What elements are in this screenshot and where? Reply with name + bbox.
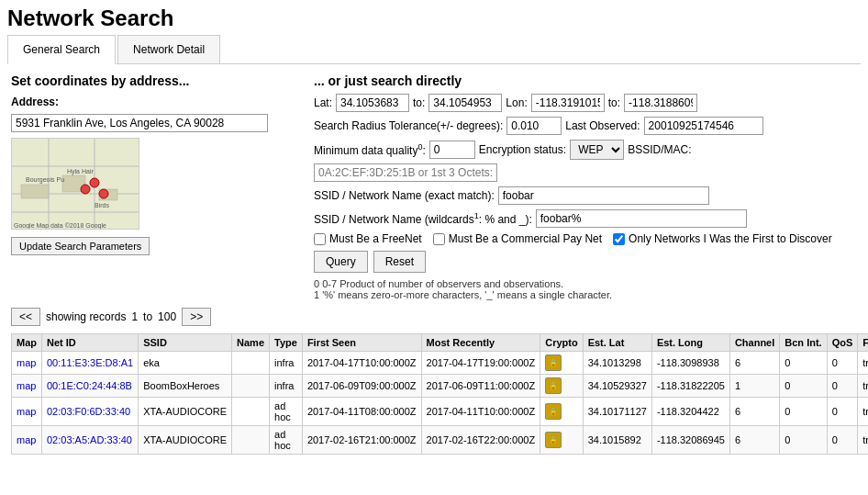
address-label: Address: [11, 96, 59, 108]
last-observed-input[interactable] [644, 117, 763, 135]
cell-type: infra [270, 375, 303, 398]
query-button[interactable]: Query [314, 251, 368, 273]
cell-first-seen: 2017-04-11T08:00:000Z [302, 398, 421, 426]
col-qos: QoS [827, 334, 858, 352]
cell-crypto: 🔒 [540, 375, 583, 398]
cell-first-seen: 2017-04-17T10:00:000Z [302, 352, 421, 375]
svg-text:Birds: Birds [95, 202, 109, 208]
cell-map[interactable]: map [12, 398, 42, 426]
cell-net-id[interactable]: 02:03:F0:6D:33:40 [42, 398, 139, 426]
freenet-checkbox-label[interactable]: Must Be a FreeNet [314, 232, 422, 245]
cell-est-long: -118.3098938 [651, 352, 729, 375]
map-link: map [17, 380, 36, 391]
col-crypto: Crypto [540, 334, 583, 352]
only-networks-checkbox-label[interactable]: Only Networks I Was the First to Discove… [613, 232, 832, 245]
encryption-label: Encryption status: [479, 143, 566, 156]
cell-net-id[interactable]: 02:03:A5:AD:33:40 [42, 426, 139, 455]
crypto-icon: 🔒 [545, 403, 562, 420]
cell-name [232, 375, 270, 398]
cell-channel: 6 [729, 426, 779, 455]
page-title: Network Search [0, 0, 868, 35]
net-id-link: 00:11:E3:3E:D8:A1 [47, 357, 133, 368]
to-label: to [143, 310, 152, 323]
cell-type: infra [270, 352, 303, 375]
table-row: map 00:1E:C0:24:44:8B BoomBoxHeroes infr… [12, 375, 869, 398]
freenet-label: Must Be a FreeNet [329, 232, 422, 245]
only-networks-label: Only Networks I Was the First to Discove… [629, 232, 832, 245]
map-link: map [17, 406, 36, 417]
col-most-recently: Most Recently [421, 334, 540, 352]
cell-channel: 6 [729, 352, 779, 375]
table-row: map 00:11:E3:3E:D8:A1 eka infra 2017-04-… [12, 352, 869, 375]
commercial-checkbox-label[interactable]: Must Be a Commercial Pay Net [433, 232, 602, 245]
cell-bcn-int: 0 [780, 352, 827, 375]
lon-to-input[interactable] [624, 94, 697, 112]
cell-est-lat: 34.1013298 [583, 352, 651, 375]
col-est-lat: Est. Lat [583, 334, 651, 352]
radius-input[interactable] [506, 117, 562, 135]
cell-ssid: XTA-AUDIOCORE [139, 426, 232, 455]
cell-est-long: -118.3204422 [651, 398, 729, 426]
col-est-long: Est. Long [651, 334, 729, 352]
svg-text:Hyla Hair: Hyla Hair [67, 168, 94, 175]
cell-found-by-me: true [858, 426, 868, 455]
cell-ssid: XTA-AUDIOCORE [139, 398, 232, 426]
cell-map[interactable]: map [12, 375, 42, 398]
net-id-link: 02:03:A5:AD:33:40 [47, 434, 132, 445]
reset-button[interactable]: Reset [373, 251, 426, 273]
update-search-button[interactable]: Update Search Parameters [11, 237, 150, 255]
cell-type: adhoc [270, 426, 303, 455]
col-found-by-me: Found by Me [858, 334, 868, 352]
ssid-exact-label: SSID / Network Name (exact match): [314, 189, 495, 202]
tab-general[interactable]: General Search [7, 35, 116, 64]
bssid-input[interactable] [314, 163, 497, 182]
next-page-button[interactable]: >> [182, 308, 211, 326]
cell-name [232, 426, 270, 455]
cell-found-by-me: true [858, 398, 868, 426]
cell-est-lat: 34.10529327 [583, 375, 651, 398]
col-type: Type [270, 334, 303, 352]
cell-net-id[interactable]: 00:11:E3:3E:D8:A1 [42, 352, 139, 375]
lat-label: Lat: [314, 96, 332, 109]
address-input[interactable] [11, 114, 268, 132]
table-header-row: Map Net ID SSID Name Type First Seen Mos… [12, 334, 869, 352]
pagination-bar: << showing records 1 to 100 >> [11, 308, 857, 326]
cell-most-recently: 2017-04-11T10:00:000Z [421, 398, 540, 426]
ssid-wild-label: SSID / Network Name (wildcards1: % and _… [314, 211, 532, 226]
lon-input[interactable] [531, 94, 605, 112]
commercial-checkbox[interactable] [433, 233, 445, 245]
page-from: 1 [131, 310, 138, 323]
col-channel: Channel [729, 334, 779, 352]
cell-map[interactable]: map [12, 352, 42, 375]
cell-map[interactable]: map [12, 426, 42, 455]
cell-qos: 0 [827, 375, 858, 398]
min-quality-input[interactable] [429, 141, 475, 159]
cell-est-long: -118.31822205 [651, 375, 729, 398]
tab-bar: General Search Network Detail [7, 35, 861, 64]
cell-first-seen: 2017-02-16T21:00:000Z [302, 426, 421, 455]
radius-label: Search Radius Tolerance(+/- degrees): [314, 119, 503, 132]
cell-net-id[interactable]: 00:1E:C0:24:44:8B [42, 375, 139, 398]
cell-found-by-me: true [858, 352, 868, 375]
only-networks-checkbox[interactable] [613, 233, 625, 245]
search-direct-title: ... or just search directly [314, 73, 857, 88]
svg-text:Bourgeois Pu: Bourgeois Pu [26, 176, 64, 184]
lat-to-input[interactable] [428, 94, 502, 112]
tab-network-detail[interactable]: Network Detail [117, 35, 220, 63]
showing-label: showing records [46, 310, 126, 323]
commercial-label: Must Be a Commercial Pay Net [449, 232, 602, 245]
svg-point-13 [90, 178, 99, 187]
lat-input[interactable] [336, 94, 409, 112]
net-id-link: 02:03:F0:6D:33:40 [47, 406, 130, 417]
encryption-select[interactable]: WEP WPA None Any [570, 140, 624, 160]
ssid-wild-input[interactable] [536, 209, 747, 228]
prev-page-button[interactable]: << [11, 308, 40, 326]
freenet-checkbox[interactable] [314, 233, 326, 245]
col-bcn-int: Bcn Int. [780, 334, 827, 352]
bssid-label: BSSID/MAC: [628, 143, 691, 156]
ssid-exact-input[interactable] [498, 186, 709, 205]
lon-label: Lon: [506, 96, 527, 109]
map-link: map [17, 434, 36, 445]
to1-label: to: [413, 96, 425, 109]
cell-ssid: eka [139, 352, 232, 375]
